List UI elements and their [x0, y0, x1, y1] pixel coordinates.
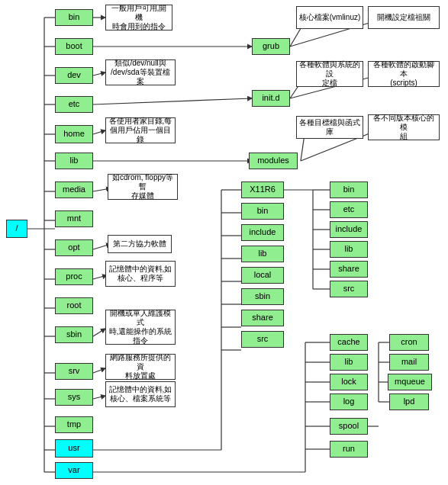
x11-etc-node: etc [330, 201, 368, 218]
desc-media: 如cdrom, floppy等暫存媒體 [108, 174, 178, 200]
desc-dev: 類似/dev/null與/dev/sda等裝置檔案 [105, 59, 176, 85]
svg-line-26 [93, 368, 105, 373]
etc-node: etc [55, 96, 93, 113]
dev-node: dev [55, 67, 93, 84]
sys-node: sys [55, 389, 93, 406]
proc-node: proc [55, 268, 93, 285]
var-node: var [55, 462, 93, 479]
desc-modules-l: 各種目標檔與函式庫 [296, 116, 363, 139]
tmp-node: tmp [55, 416, 93, 433]
srv-node: srv [55, 363, 93, 380]
modules-node: modules [249, 153, 298, 169]
x11r6-node: X11R6 [241, 181, 284, 198]
root-dir-node: root [55, 297, 93, 314]
desc-sys: 記憶體中的資料,如核心、檔案系統等 [105, 381, 176, 407]
opt-node: opt [55, 239, 93, 256]
boot-node: boot [55, 38, 93, 55]
desc-modules-r: 各不同版本核心的模組 [368, 114, 440, 140]
var-lib-node: lib [330, 354, 368, 371]
home-node: home [55, 125, 93, 143]
lib-node: lib [55, 153, 93, 169]
desc-vmlinuz: 核心檔案(vmlinuz) [296, 6, 363, 29]
sbin-node: sbin [55, 326, 93, 343]
media-node: media [55, 181, 93, 198]
x11-src-node: src [330, 281, 368, 297]
spool-mail-node: mail [389, 354, 429, 371]
spool-lpd-node: lpd [389, 393, 429, 410]
desc-opt: 第二方協力軟體 [108, 235, 172, 253]
grub-node: grub [252, 38, 290, 55]
var-lock-node: lock [330, 374, 368, 390]
usr-include-node: include [241, 224, 284, 241]
usr-share-node: share [241, 310, 284, 326]
x11-share-node: share [330, 261, 368, 278]
root-node: / [6, 220, 27, 238]
var-log-node: log [330, 393, 368, 410]
svg-line-29 [93, 98, 252, 104]
spool-cron-node: cron [389, 334, 429, 351]
desc-initd-l: 各種軟體與系統的設定檔 [296, 61, 363, 87]
x11-lib-node: lib [330, 241, 368, 258]
spool-mqueue-node: mqueue [388, 374, 432, 390]
var-spool-node: spool [330, 418, 368, 435]
svg-line-25 [93, 329, 105, 336]
initd-node: init.d [252, 90, 290, 107]
usr-sbin-node: sbin [241, 288, 284, 305]
usr-lib-node: lib [241, 246, 284, 262]
svg-line-20 [93, 72, 105, 75]
usr-bin-node: bin [241, 203, 284, 220]
mnt-node: mnt [55, 210, 93, 227]
desc-srv: 網路服務所提供的資料放置處 [105, 354, 176, 380]
svg-line-27 [93, 396, 105, 399]
diagram: / bin boot dev etc home lib media mnt op… [0, 0, 448, 485]
usr-src-node: src [241, 331, 284, 348]
desc-home: 各使用者家目錄,每個用戶佔用一個目錄 [105, 117, 176, 143]
x11-bin-node: bin [330, 181, 368, 198]
var-run-node: run [330, 441, 368, 458]
x11-include-node: include [330, 221, 368, 238]
var-cache-node: cache [330, 334, 368, 351]
usr-node: usr [55, 439, 93, 458]
svg-line-21 [93, 130, 105, 134]
desc-proc: 記憶體中的資料,如核心、程序等 [105, 261, 176, 287]
bin-node: bin [55, 9, 93, 26]
local-node: local [241, 267, 284, 284]
desc-initd-r: 各種軟體的啟動腳本(scripts) [368, 61, 440, 87]
desc-grub-r: 開機設定檔祖關 [368, 6, 440, 29]
desc-sbin: 開機或單人維護模式時,還能操作的系統指令 [105, 310, 176, 345]
desc-bin: 一般用戶可用,開機時會用到的指令 [105, 5, 172, 31]
